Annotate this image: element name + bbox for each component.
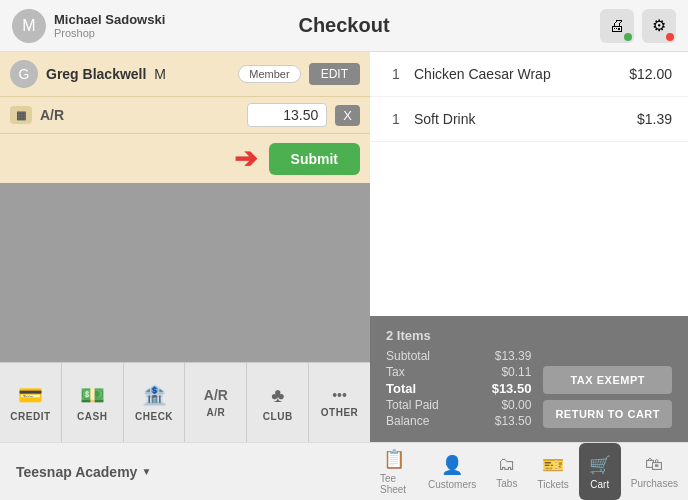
order-items: 1 Chicken Caesar Wrap $12.00 1 Soft Drin…	[370, 52, 688, 316]
status-dot-green	[624, 33, 632, 41]
venue-chevron-icon: ▼	[141, 466, 151, 477]
printer-icon: 🖨	[609, 17, 625, 35]
ar-input[interactable]	[247, 103, 327, 127]
purchases-icon: 🛍	[645, 454, 663, 475]
bottom-left: Teesnap Academy ▼	[0, 464, 370, 480]
tax-row: Tax $0.11	[386, 365, 531, 379]
right-panel: 1 Chicken Caesar Wrap $12.00 1 Soft Drin…	[370, 52, 688, 442]
bottom-nav: Teesnap Academy ▼ 📋 Tee Sheet 👤 Customer…	[0, 442, 688, 500]
credit-icon: 💳	[18, 383, 43, 407]
tee-sheet-icon: 📋	[383, 448, 405, 470]
submit-area: ➔ Submit	[0, 134, 370, 183]
ar-label: A/R	[40, 107, 239, 123]
subtotal-row: Subtotal $13.39	[386, 349, 531, 363]
total-paid-label: Total Paid	[386, 398, 439, 412]
member-badge: Member	[238, 65, 300, 83]
header: M Michael Sadowski Proshop Checkout 🖨 ⚙	[0, 0, 688, 52]
other-label: OTHER	[321, 407, 359, 418]
subtotal-value: $13.39	[495, 349, 532, 363]
tabs-label: Tabs	[496, 478, 517, 489]
tax-exempt-button[interactable]: TAX EXEMPT	[543, 366, 672, 394]
purchases-label: Purchases	[631, 478, 678, 489]
tab-tickets[interactable]: 🎫 Tickets	[527, 443, 578, 500]
customer-name: Greg Blackwell M	[46, 66, 230, 82]
item-price-2: $1.39	[637, 111, 672, 127]
total-paid-value: $0.00	[501, 398, 531, 412]
cart-icon: 🛒	[589, 454, 611, 476]
balance-label: Balance	[386, 414, 429, 428]
club-label: CLUB	[263, 411, 293, 422]
left-spacer	[0, 183, 370, 362]
bottom-tabs: 📋 Tee Sheet 👤 Customers 🗂 Tabs 🎫 Tickets…	[370, 443, 688, 500]
ar-pay-icon: A/R	[204, 387, 228, 403]
venue-selector[interactable]: Teesnap Academy ▼	[16, 464, 151, 480]
tab-cart[interactable]: 🛒 Cart	[579, 443, 621, 500]
user-info: Michael Sadowski Proshop	[54, 12, 165, 39]
status-dot-red	[666, 33, 674, 41]
item-name-1: Chicken Caesar Wrap	[414, 66, 629, 82]
payment-row: 💳 CREDIT 💵 CASH 🏦 CHECK A/R A/R ♣ CLUB •…	[0, 362, 370, 442]
arrow-right-icon: ➔	[234, 142, 257, 175]
cash-icon: 💵	[80, 383, 105, 407]
return-to-cart-button[interactable]: RETURN TO CART	[543, 400, 672, 428]
cash-button[interactable]: 💵 CASH	[62, 363, 124, 442]
settings-icon: ⚙	[652, 16, 666, 35]
tax-value: $0.11	[501, 365, 531, 379]
venue-name-text: Teesnap Academy	[16, 464, 137, 480]
subtotal-label: Subtotal	[386, 349, 430, 363]
customers-label: Customers	[428, 479, 476, 490]
submit-button[interactable]: Submit	[269, 143, 360, 175]
balance-value: $13.50	[495, 414, 532, 428]
left-panel: G Greg Blackwell M Member EDIT ▦ A/R X ➔…	[0, 52, 370, 442]
tickets-label: Tickets	[537, 479, 568, 490]
ar-row: ▦ A/R X	[0, 97, 370, 134]
customers-icon: 👤	[441, 454, 463, 476]
total-paid-row: Total Paid $0.00	[386, 398, 531, 412]
ar-button[interactable]: A/R A/R	[185, 363, 247, 442]
user-name: Michael Sadowski	[54, 12, 165, 27]
total-row: Total $13.50	[386, 381, 531, 396]
tickets-icon: 🎫	[542, 454, 564, 476]
tax-label: Tax	[386, 365, 405, 379]
check-label: CHECK	[135, 411, 173, 422]
balance-row: Balance $13.50	[386, 414, 531, 428]
ar-clear-button[interactable]: X	[335, 105, 360, 126]
page-title: Checkout	[298, 14, 389, 37]
club-button[interactable]: ♣ CLUB	[247, 363, 309, 442]
other-icon: •••	[332, 387, 347, 403]
customer-avatar: G	[10, 60, 38, 88]
check-icon: 🏦	[142, 383, 167, 407]
club-icon: ♣	[271, 384, 284, 407]
tab-purchases[interactable]: 🛍 Purchases	[621, 443, 688, 500]
tee-sheet-label: Tee Sheet	[380, 473, 408, 495]
order-item-2: 1 Soft Drink $1.39	[370, 97, 688, 142]
item-qty-1: 1	[386, 66, 406, 82]
user-role: Proshop	[54, 27, 165, 39]
cash-label: CASH	[77, 411, 107, 422]
item-price-1: $12.00	[629, 66, 672, 82]
header-left: M Michael Sadowski Proshop	[12, 9, 165, 43]
settings-button[interactable]: ⚙	[642, 9, 676, 43]
item-qty-2: 1	[386, 111, 406, 127]
summary-section: 2 Items Subtotal $13.39 Tax $0.11 Total …	[370, 316, 688, 442]
check-button[interactable]: 🏦 CHECK	[124, 363, 186, 442]
other-button[interactable]: ••• OTHER	[309, 363, 370, 442]
edit-button[interactable]: EDIT	[309, 63, 360, 85]
credit-button[interactable]: 💳 CREDIT	[0, 363, 62, 442]
total-label: Total	[386, 381, 416, 396]
item-name-2: Soft Drink	[414, 111, 637, 127]
ar-pay-label: A/R	[207, 407, 226, 418]
tab-tee-sheet[interactable]: 📋 Tee Sheet	[370, 443, 418, 500]
avatar: M	[12, 9, 46, 43]
printer-button[interactable]: 🖨	[600, 9, 634, 43]
total-value: $13.50	[492, 381, 532, 396]
ar-icon: ▦	[10, 106, 32, 124]
tab-tabs[interactable]: 🗂 Tabs	[486, 443, 527, 500]
items-count: 2 Items	[386, 328, 531, 343]
tab-customers[interactable]: 👤 Customers	[418, 443, 486, 500]
order-item-1: 1 Chicken Caesar Wrap $12.00	[370, 52, 688, 97]
customer-bar: G Greg Blackwell M Member EDIT	[0, 52, 370, 97]
cart-label: Cart	[590, 479, 609, 490]
credit-label: CREDIT	[10, 411, 50, 422]
header-right: 🖨 ⚙	[600, 9, 676, 43]
